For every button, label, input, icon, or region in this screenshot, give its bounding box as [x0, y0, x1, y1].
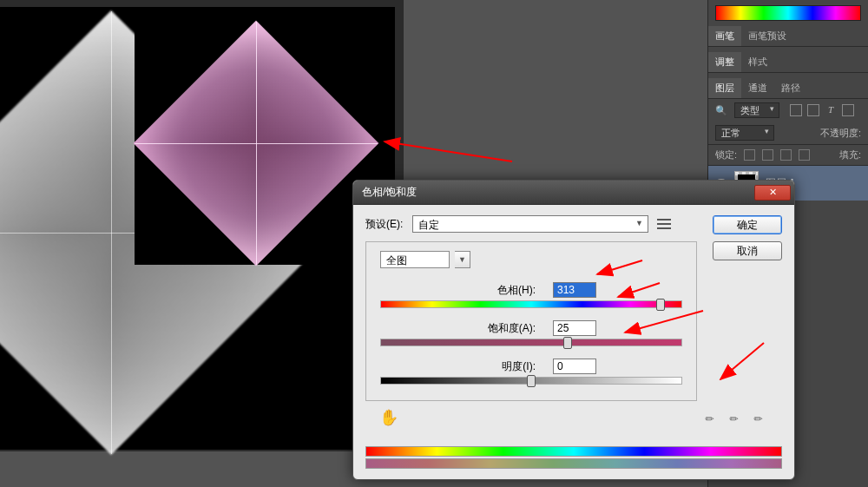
color-spectrum-strip[interactable]: [715, 5, 861, 21]
lock-pixels-icon[interactable]: [762, 149, 773, 161]
dialog-titlebar[interactable]: 色相/饱和度 ✕: [353, 181, 794, 205]
blend-mode-dropdown[interactable]: 正常: [715, 125, 774, 141]
hue-label: 色相(H):: [466, 283, 536, 298]
purple-diamond-layer: [135, 22, 378, 265]
tab-layers[interactable]: 图层: [708, 78, 741, 98]
opacity-label: 不透明度:: [820, 127, 861, 140]
tab-brush[interactable]: 画笔: [708, 26, 741, 46]
saturation-value-input[interactable]: 25: [553, 320, 596, 336]
blend-opacity-row: 正常 不透明度:: [708, 122, 868, 144]
channel-dropdown[interactable]: 全图: [380, 251, 450, 268]
lock-fill-row: 锁定: 填充:: [708, 144, 868, 166]
filter-pixel-icon[interactable]: [790, 104, 802, 116]
document-canvas[interactable]: [0, 0, 404, 451]
lightness-label: 明度(I):: [466, 359, 536, 374]
brush-panel-tabs: 画笔 画笔预设: [708, 26, 868, 47]
cancel-button[interactable]: 取消: [713, 241, 782, 260]
magnify-icon: 🔍: [715, 105, 727, 116]
filter-type-icon[interactable]: T: [825, 104, 837, 116]
dialog-title-text: 色相/饱和度: [362, 185, 417, 200]
layer-type-filter[interactable]: 类型: [734, 102, 779, 118]
ok-button[interactable]: 确定: [713, 215, 782, 234]
hue-value-input[interactable]: 313: [553, 282, 596, 298]
preset-dropdown[interactable]: 自定: [412, 215, 648, 233]
eyedropper-subtract-icon[interactable]: ✎: [752, 408, 772, 428]
hue-comparison-bars: [365, 446, 782, 469]
hue-slider[interactable]: [380, 300, 682, 308]
lightness-slider-knob[interactable]: [527, 375, 536, 387]
saturation-slider-knob[interactable]: [563, 337, 572, 349]
tab-channels[interactable]: 通道: [741, 78, 774, 98]
dialog-close-button[interactable]: ✕: [754, 185, 791, 201]
hue-slider-knob[interactable]: [656, 299, 665, 311]
lightness-slider[interactable]: [380, 377, 682, 385]
tab-styles[interactable]: 样式: [741, 52, 774, 72]
tab-brush-presets[interactable]: 画笔预设: [741, 26, 793, 46]
filter-adjust-icon[interactable]: [807, 104, 819, 116]
eyedropper-add-icon[interactable]: ✎: [727, 408, 747, 428]
saturation-label: 饱和度(A):: [466, 321, 536, 336]
lock-label: 锁定:: [715, 148, 737, 161]
scrubby-hand-icon[interactable]: ✋: [379, 408, 398, 427]
fill-label: 填充:: [839, 148, 861, 161]
lightness-value-input[interactable]: 0: [553, 359, 596, 374]
tab-adjustments[interactable]: 调整: [708, 52, 741, 72]
lock-all-icon[interactable]: [799, 149, 810, 161]
saturation-slider[interactable]: [380, 339, 682, 346]
svg-line-0: [385, 141, 512, 161]
hue-bar-before[interactable]: [365, 446, 782, 457]
sliders-group: 全图 ▼ 色相(H): 313 饱和度(A): 25: [365, 241, 697, 401]
lock-transparent-icon[interactable]: [744, 149, 755, 161]
layer-filter-row: 🔍 类型 T: [708, 99, 868, 122]
tab-paths[interactable]: 路径: [774, 78, 807, 98]
lock-position-icon[interactable]: [780, 149, 792, 161]
channel-dropdown-button[interactable]: ▼: [455, 251, 470, 268]
hue-bar-after[interactable]: [365, 458, 782, 469]
preset-options-icon[interactable]: [657, 219, 671, 229]
preset-label: 预设(E):: [365, 217, 412, 232]
close-icon: ✕: [769, 187, 777, 198]
layer-panel-tabs: 图层 通道 路径: [708, 78, 868, 99]
hue-saturation-dialog: 色相/饱和度 ✕ 预设(E): 自定 确定 取消 全图 ▼ 色相(H): 313: [352, 180, 795, 480]
eyedropper-icon[interactable]: ✎: [703, 408, 723, 428]
adjust-panel-tabs: 调整 样式: [708, 52, 868, 73]
filter-shape-icon[interactable]: [842, 104, 854, 116]
